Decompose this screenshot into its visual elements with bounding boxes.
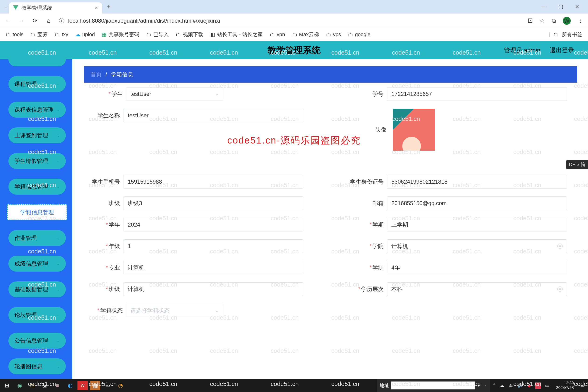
bookmark-item[interactable]: 🗀tools bbox=[6, 32, 23, 38]
tb-go-icon[interactable]: → bbox=[482, 383, 487, 388]
content-area[interactable]: 首页 / 学籍信息 *学生 testUser⌄ 学号 1722141285657… bbox=[72, 59, 588, 379]
edge-icon[interactable]: ◉ bbox=[14, 381, 25, 390]
minimize-icon[interactable]: — bbox=[542, 4, 547, 10]
sidebar-item-checkin[interactable]: 上课签到管理⌄ bbox=[8, 128, 66, 143]
tray-up-icon[interactable]: ˄ bbox=[493, 383, 495, 388]
input-year[interactable]: 2024 bbox=[123, 218, 303, 232]
clear-icon[interactable]: × bbox=[558, 286, 562, 292]
sidebar-item-base[interactable]: 基础数据管理⌄ bbox=[8, 282, 66, 297]
menu-icon[interactable]: ⋮ bbox=[578, 18, 583, 24]
avatar-image[interactable] bbox=[393, 109, 435, 151]
bookmark-item[interactable]: ☁uplod bbox=[75, 32, 95, 38]
tab-close-icon[interactable]: × bbox=[95, 5, 98, 11]
logout-link[interactable]: 退出登录 bbox=[550, 46, 574, 54]
admin-label[interactable]: 管理员 admin bbox=[504, 46, 540, 54]
input-system[interactable]: 4年 bbox=[387, 261, 567, 274]
bookmark-item[interactable]: 🗀google bbox=[348, 32, 370, 38]
tb-addr-label: 地址 bbox=[380, 382, 389, 389]
sidebar-item-enroll[interactable]: 学籍信息管理⌄ bbox=[8, 179, 66, 194]
editor-icon[interactable]: ≡ bbox=[52, 381, 62, 390]
tray-notif-icon[interactable]: ▭ bbox=[580, 383, 585, 388]
site-info-icon[interactable]: ⓘ bbox=[59, 17, 64, 24]
input-student-name[interactable]: testUser bbox=[123, 109, 303, 122]
label-student-name: 学生名称 bbox=[86, 112, 123, 119]
tab-list-dropdown[interactable]: ⌄ bbox=[2, 4, 9, 9]
chevron-down-icon: ⌄ bbox=[57, 184, 60, 189]
tray-app-icon[interactable]: ◆ bbox=[527, 383, 531, 388]
tray-net-icon[interactable]: 🖧 bbox=[508, 383, 513, 388]
chrome-icon[interactable]: ◎ bbox=[40, 381, 50, 390]
back-icon[interactable]: ← bbox=[5, 17, 12, 24]
input-college[interactable]: 计算机× bbox=[387, 240, 567, 253]
bookmark-item[interactable]: 🗀宝藏 bbox=[30, 31, 48, 38]
wps-icon[interactable]: W bbox=[78, 381, 88, 390]
label-class2: *班级 bbox=[86, 285, 123, 293]
input-class[interactable]: 班级3 bbox=[123, 196, 303, 210]
bookmark-item[interactable]: 🗀vps bbox=[326, 32, 341, 38]
tb-dropdown-icon[interactable]: ▾ bbox=[478, 383, 480, 388]
sidebar-item-forum[interactable]: 论坛管理⌄ bbox=[8, 307, 66, 323]
tb-addr-input[interactable] bbox=[391, 382, 475, 390]
tray-ime-icon[interactable]: S bbox=[535, 382, 541, 389]
sidebar-item-leave[interactable]: 学生请假管理⌄ bbox=[8, 153, 66, 169]
app2-icon[interactable]: ◔ bbox=[115, 381, 126, 390]
bookmark-item[interactable]: 🗀Max云梯 bbox=[292, 31, 319, 38]
profile-avatar[interactable]: W bbox=[563, 17, 571, 25]
lens-icon[interactable]: ⚀ bbox=[528, 18, 533, 24]
all-bookmarks[interactable]: 所有书签 bbox=[562, 31, 582, 38]
bookmark-item[interactable]: ◧站长工具 - 站长之家 bbox=[210, 31, 263, 38]
input-grade[interactable]: 1 bbox=[123, 240, 303, 253]
start-icon[interactable]: ⊞ bbox=[2, 381, 12, 390]
breadcrumb-home[interactable]: 首页 bbox=[90, 71, 102, 78]
tray-cloud-icon[interactable]: ☁ bbox=[500, 383, 504, 388]
input-edu[interactable]: 本科× bbox=[387, 282, 567, 296]
input-idcard[interactable]: 530624199802121818 bbox=[387, 175, 567, 188]
sidebar-item-notice[interactable]: 公告信息管理⌄ bbox=[8, 333, 66, 348]
extensions-icon[interactable]: ⧉ bbox=[552, 18, 556, 24]
input-semester[interactable]: 上学期 bbox=[387, 218, 567, 232]
taskbar-address: 地址 ▾ → bbox=[377, 379, 490, 392]
star-icon[interactable]: ☆ bbox=[540, 18, 545, 24]
input-major[interactable]: 计算机 bbox=[123, 261, 303, 274]
bookmark-item[interactable]: 🗀txy bbox=[54, 32, 68, 38]
chevron-down-icon: ⌄ bbox=[57, 262, 60, 266]
close-window-icon[interactable]: ✕ bbox=[575, 4, 579, 10]
input-email[interactable]: 2016855150@qq.com bbox=[387, 196, 567, 210]
forward-icon[interactable]: → bbox=[18, 17, 25, 24]
url-input[interactable]: ⓘ localhost:8080/jiaoxueguanli/admin/dis… bbox=[59, 17, 521, 24]
tray-bat-icon[interactable]: ▭ bbox=[545, 383, 550, 388]
taskbar-clock[interactable]: 12:39 2024/7/28 bbox=[554, 381, 576, 390]
clear-icon[interactable]: × bbox=[558, 244, 562, 249]
sidebar-item-score[interactable]: 成绩信息管理⌄ bbox=[8, 256, 66, 272]
ide-icon[interactable]: ▦ bbox=[90, 381, 100, 390]
input-student-no[interactable]: 1722141285657 bbox=[387, 87, 567, 101]
reload-icon[interactable]: ⟳ bbox=[32, 17, 39, 24]
sidebar-item-carousel[interactable]: 轮播图信息⌄ bbox=[8, 358, 66, 374]
sidebar-item-enroll-active[interactable]: 学籍信息管理 bbox=[7, 204, 67, 220]
sidebar-item-homework[interactable]: 作业管理⌄ bbox=[8, 230, 66, 246]
folder-icon: 🗀 bbox=[30, 32, 36, 38]
explorer-icon[interactable]: 🗀 bbox=[27, 381, 37, 390]
bookmark-item[interactable]: 🗀视频下载 bbox=[176, 31, 203, 38]
maximize-icon[interactable]: ▢ bbox=[558, 4, 563, 10]
sidebar-item-course[interactable]: 课程管理⌄ bbox=[8, 76, 66, 92]
app-icon[interactable]: ▭ bbox=[103, 381, 113, 390]
home-icon[interactable]: ⌂ bbox=[45, 17, 52, 24]
bookmark-item[interactable]: ▦共享账号密码 bbox=[102, 31, 139, 38]
browser2-icon[interactable]: ◐ bbox=[65, 381, 75, 390]
tray-vol-icon[interactable]: 🔊 bbox=[517, 383, 523, 388]
bookmark-item[interactable]: 🗀已导入 bbox=[146, 31, 169, 38]
ime-badge[interactable]: CH ♪ 简 bbox=[566, 160, 588, 169]
new-tab-button[interactable]: + bbox=[107, 3, 110, 10]
select-student[interactable]: testUser⌄ bbox=[126, 87, 223, 101]
input-class2[interactable]: 计算机 bbox=[123, 282, 303, 296]
label-college: *学院 bbox=[350, 242, 387, 250]
browser-tab[interactable]: 教学管理系统 × bbox=[9, 2, 102, 14]
sidebar-item-schedule[interactable]: 课程表信息管理⌄ bbox=[8, 102, 66, 118]
select-status[interactable]: 请选择学籍状态⌄ bbox=[126, 304, 223, 317]
input-phone[interactable]: 15915915988 bbox=[123, 175, 303, 188]
sidebar-item-partial[interactable] bbox=[8, 59, 66, 66]
bookmark-item[interactable]: 🗀vpn bbox=[270, 32, 285, 38]
chevron-down-icon: ⌄ bbox=[57, 287, 60, 292]
chevron-down-icon: ⌄ bbox=[57, 159, 60, 163]
